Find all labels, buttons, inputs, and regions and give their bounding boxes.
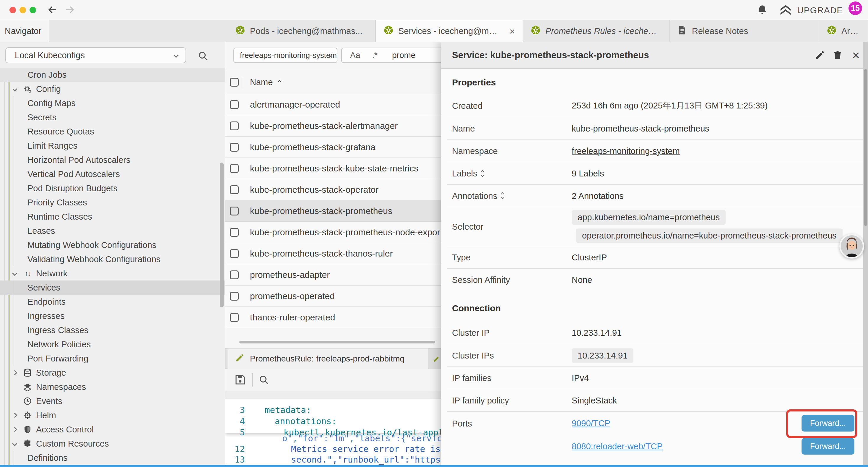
table-row[interactable]: kube-prometheus-stack-grafana [225, 137, 441, 158]
chevron-down-icon[interactable] [12, 271, 18, 276]
row-checkbox[interactable] [230, 185, 239, 194]
row-checkbox[interactable] [230, 228, 239, 237]
window-minimize-button[interactable] [20, 7, 26, 13]
sidebar-item-access-control[interactable]: Access Control [0, 422, 225, 437]
drawer-scrollbar-track[interactable] [863, 42, 868, 467]
row-checkbox[interactable] [230, 164, 239, 173]
sort-ascending-icon[interactable] [277, 80, 282, 84]
list-search-input[interactable]: Aa .* prome [341, 48, 441, 63]
row-checkbox[interactable] [230, 249, 239, 258]
sidebar-item-mutating-webhook-configurations[interactable]: Mutating Webhook Configurations [0, 238, 225, 252]
sidebar-item-secrets[interactable]: Secrets [0, 110, 225, 124]
window-zoom-button[interactable] [30, 7, 36, 13]
window-close-button[interactable] [9, 7, 16, 13]
table-row[interactable]: prometheus-operated [225, 286, 441, 307]
forward-arrow-icon[interactable] [64, 4, 75, 15]
namespace-link[interactable]: freeleaps-monitoring-system [572, 146, 680, 156]
table-row[interactable]: kube-prometheus-stack-prometheus [225, 200, 441, 222]
table-row[interactable]: thanos-ruler-operated [225, 307, 441, 328]
namespace-select[interactable]: freeleaps-monitoring-system [234, 48, 337, 63]
notifications-bell-icon[interactable] [756, 4, 768, 17]
forward-button[interactable]: Forward... [802, 438, 855, 455]
sidebar-item-helm[interactable]: Helm [0, 408, 225, 422]
user-avatar[interactable] [839, 234, 864, 259]
chevron-right-icon[interactable] [12, 370, 18, 375]
sidebar-item-services[interactable]: Services [0, 281, 225, 295]
drawer-scrollbar-thumb[interactable] [864, 69, 867, 226]
table-row[interactable]: kube-prometheus-stack-operator [225, 179, 441, 200]
editor-tab-prometheusrule[interactable]: PrometheusRule: freeleaps-prod-rabbitmq [227, 348, 428, 369]
tab-5[interactable]: Argo Se [819, 20, 868, 42]
edit-pencil-icon[interactable] [814, 49, 826, 61]
sidebar-item-horizontal-pod-autoscalers[interactable]: Horizontal Pod Autoscalers [0, 153, 225, 167]
sidebar-item-ingresses[interactable]: Ingresses [0, 309, 225, 323]
sidebar-item-storage[interactable]: Storage [0, 366, 225, 380]
row-checkbox[interactable] [230, 270, 239, 279]
regex-icon[interactable]: .* [373, 51, 377, 60]
row-checkbox[interactable] [230, 313, 239, 322]
sidebar-item-vertical-pod-autoscalers[interactable]: Vertical Pod Autoscalers [0, 167, 225, 181]
sidebar-item-cron-jobs[interactable]: Cron Jobs [0, 68, 225, 82]
name-column-header[interactable]: Name [250, 77, 273, 87]
sidebar-item-custom-resources[interactable]: Custom Resources [0, 437, 225, 451]
sidebar-item-resource-quotas[interactable]: Resource Quotas [0, 124, 225, 139]
table-row[interactable]: kube-prometheus-stack-alertmanager [225, 115, 441, 137]
yaml-editor[interactable]: 3metadata:4annotations:5kubectl.kubernet… [225, 399, 441, 467]
sidebar-item-config-maps[interactable]: Config Maps [0, 96, 225, 110]
table-row[interactable]: kube-prometheus-stack-kube-state-metrics [225, 158, 441, 179]
chevron-right-icon[interactable] [12, 413, 18, 418]
sidebar-item-network[interactable]: ↑↓Network [0, 266, 225, 281]
sort-updown-icon[interactable] [501, 193, 504, 199]
port-link[interactable]: 9090/TCP [572, 418, 610, 428]
match-case-icon[interactable]: Aa [350, 51, 360, 60]
navigator-search-icon[interactable] [197, 50, 209, 63]
sidebar-item-limit-ranges[interactable]: Limit Ranges [0, 139, 225, 153]
tab-close-icon[interactable]: × [509, 27, 515, 36]
tab-4[interactable]: Release Notes [670, 20, 819, 42]
table-row[interactable]: kube-prometheus-stack-thanos-ruler [225, 243, 441, 264]
chevron-right-icon[interactable] [12, 427, 18, 432]
sidebar-item-leases[interactable]: Leases [0, 224, 225, 238]
horizontal-scrollbar[interactable] [239, 341, 435, 344]
code-link[interactable]: https://net [415, 454, 441, 466]
row-checkbox[interactable] [230, 207, 239, 215]
chevron-down-icon[interactable] [12, 441, 18, 446]
table-row[interactable]: kube-prometheus-stack-prometheus-node-ex… [225, 222, 441, 243]
sidebar-item-pod-disruption-budgets[interactable]: Pod Disruption Budgets [0, 181, 225, 195]
close-icon[interactable]: × [850, 49, 862, 61]
save-icon[interactable] [234, 374, 246, 387]
tab-3[interactable]: Prometheus Rules - icecheng... [523, 20, 670, 42]
navigator-scrollbar[interactable] [220, 163, 224, 308]
sidebar-item-endpoints[interactable]: Endpoints [0, 295, 225, 309]
tab-2[interactable]: Services - icecheng@math...× [376, 20, 523, 42]
chevron-down-icon[interactable] [12, 87, 18, 92]
sidebar-item-events[interactable]: Events [0, 394, 225, 408]
row-checkbox[interactable] [230, 100, 239, 109]
sort-updown-icon[interactable] [481, 171, 484, 176]
notification-count-badge[interactable]: 15 [848, 1, 862, 15]
port-link[interactable]: 8080:reloader-web/TCP [572, 442, 663, 451]
sidebar-item-config[interactable]: Config [0, 82, 225, 96]
delete-trash-icon[interactable] [831, 49, 844, 61]
sidebar-item-definitions[interactable]: Definitions [0, 451, 225, 465]
navigator-panel-tab[interactable]: Navigator [0, 20, 49, 42]
editor-tab-partial[interactable] [429, 348, 441, 369]
upgrade-label[interactable]: UPGRADE [797, 5, 843, 16]
sidebar-item-port-forwarding[interactable]: Port Forwarding [0, 351, 225, 366]
table-row[interactable]: alertmanager-operated [225, 94, 441, 115]
row-checkbox[interactable] [230, 143, 239, 152]
sidebar-item-validating-webhook-configurations[interactable]: Validating Webhook Configurations [0, 252, 225, 266]
sidebar-item-runtime-classes[interactable]: Runtime Classes [0, 209, 225, 224]
row-checkbox[interactable] [230, 292, 239, 300]
tab-1[interactable]: Pods - icecheng@mathmas... [227, 20, 376, 42]
sidebar-item-network-policies[interactable]: Network Policies [0, 337, 225, 351]
editor-search-icon[interactable] [258, 374, 270, 387]
row-checkbox[interactable] [230, 121, 239, 130]
back-arrow-icon[interactable] [47, 4, 58, 15]
sidebar-item-ingress-classes[interactable]: Ingress Classes [0, 323, 225, 337]
kubeconfig-select[interactable]: Local Kubeconfigs [5, 47, 186, 63]
sidebar-item-namespaces[interactable]: Namespaces [0, 380, 225, 394]
upgrade-chevrons-icon[interactable] [779, 4, 793, 18]
select-all-checkbox[interactable] [230, 78, 239, 87]
sidebar-item-priority-classes[interactable]: Priority Classes [0, 195, 225, 209]
